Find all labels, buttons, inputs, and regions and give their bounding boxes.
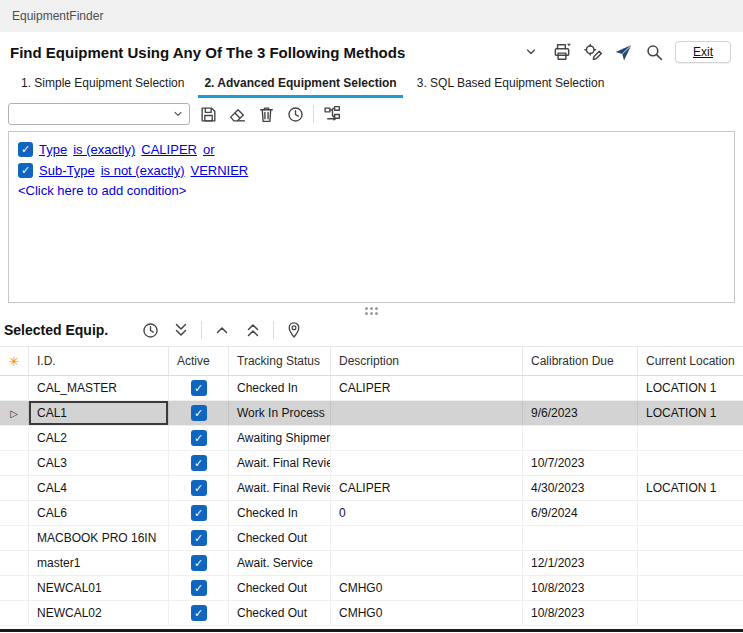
- cell-current-location[interactable]: [637, 426, 743, 450]
- cell-id[interactable]: NEWCAL01: [28, 576, 168, 600]
- cell-calibration-due[interactable]: 9/6/2023: [522, 401, 637, 425]
- condition-operator[interactable]: is not (exactly): [101, 163, 185, 178]
- cell-active[interactable]: [168, 526, 228, 550]
- cell-tracking-status[interactable]: Checked In: [228, 376, 330, 400]
- cell-tracking-status[interactable]: Await. Final Reviev: [228, 451, 330, 475]
- condition-operator[interactable]: is (exactly): [73, 142, 135, 157]
- condition-checkbox[interactable]: [18, 163, 33, 178]
- column-header-calibration-due[interactable]: Calibration Due: [522, 347, 637, 375]
- cell-active[interactable]: [168, 426, 228, 450]
- cell-calibration-due[interactable]: [522, 376, 637, 400]
- condition-field[interactable]: Sub-Type: [39, 163, 95, 178]
- tab-sql-selection[interactable]: 3. SQL Based Equipment Selection: [408, 70, 614, 98]
- cell-id[interactable]: master1: [28, 551, 168, 575]
- cell-current-location[interactable]: [637, 526, 743, 550]
- table-row[interactable]: CAL3Await. Final Reviev10/7/2023: [0, 451, 743, 476]
- add-condition-link[interactable]: <Click here to add condition>: [18, 183, 725, 198]
- column-header-current-location[interactable]: Current Location: [637, 347, 743, 375]
- column-header-id[interactable]: I.D.: [28, 347, 168, 375]
- row-selector[interactable]: [0, 576, 28, 600]
- column-header-tracking-status[interactable]: Tracking Status: [228, 347, 330, 375]
- print-settings-icon[interactable]: [582, 41, 604, 63]
- search-icon[interactable]: [644, 41, 666, 63]
- cell-description[interactable]: CALIPER: [330, 376, 522, 400]
- row-selector[interactable]: [0, 476, 28, 500]
- condition-panel[interactable]: Typeis (exactly)CALIPERorSub-Typeis not …: [8, 131, 735, 303]
- equip-history-icon[interactable]: [139, 319, 161, 341]
- cell-active[interactable]: [168, 601, 228, 625]
- row-selector[interactable]: [0, 601, 28, 625]
- cell-id[interactable]: CAL_MASTER: [28, 376, 168, 400]
- active-checkbox[interactable]: [191, 605, 207, 621]
- table-row[interactable]: CAL6Checked In06/9/2024: [0, 501, 743, 526]
- cell-tracking-status[interactable]: Await. Service: [228, 551, 330, 575]
- cell-active[interactable]: [168, 576, 228, 600]
- active-checkbox[interactable]: [191, 580, 207, 596]
- cell-calibration-due[interactable]: [522, 426, 637, 450]
- save-icon[interactable]: [197, 103, 219, 125]
- table-row[interactable]: CAL2Awaiting Shipmen: [0, 426, 743, 451]
- table-row[interactable]: MACBOOK PRO 16INChecked Out: [0, 526, 743, 551]
- splitter-handle[interactable]: [0, 303, 743, 318]
- cell-calibration-due[interactable]: 6/9/2024: [522, 501, 637, 525]
- cell-current-location[interactable]: [637, 501, 743, 525]
- chevron-up-icon[interactable]: [211, 319, 233, 341]
- chevron-double-down-icon[interactable]: [170, 319, 192, 341]
- cell-description[interactable]: [330, 526, 522, 550]
- active-checkbox[interactable]: [191, 430, 207, 446]
- cell-active[interactable]: [168, 401, 228, 425]
- cell-tracking-status[interactable]: Await. Final Reviev: [228, 476, 330, 500]
- cell-current-location[interactable]: LOCATION 1: [637, 476, 743, 500]
- row-selector[interactable]: ▷: [0, 401, 28, 425]
- chevron-double-up-icon[interactable]: [242, 319, 264, 341]
- condition-checkbox[interactable]: [18, 142, 33, 157]
- cell-tracking-status[interactable]: Checked Out: [228, 576, 330, 600]
- cell-description[interactable]: CALIPER: [330, 476, 522, 500]
- exit-button[interactable]: Exit: [675, 41, 731, 63]
- cell-current-location[interactable]: [637, 551, 743, 575]
- cell-id[interactable]: CAL4: [28, 476, 168, 500]
- column-header-description[interactable]: Description: [330, 347, 522, 375]
- row-selector[interactable]: [0, 451, 28, 475]
- active-checkbox[interactable]: [191, 555, 207, 571]
- saved-condition-combobox[interactable]: [8, 103, 190, 125]
- printer-icon[interactable]: [551, 41, 573, 63]
- options-chevron-down-icon[interactable]: [520, 41, 542, 63]
- active-checkbox[interactable]: [191, 455, 207, 471]
- cell-id[interactable]: CAL1: [28, 401, 168, 425]
- cell-calibration-due[interactable]: 10/8/2023: [522, 601, 637, 625]
- row-selector[interactable]: [0, 376, 28, 400]
- cell-calibration-due[interactable]: 12/1/2023: [522, 551, 637, 575]
- cell-description[interactable]: [330, 451, 522, 475]
- cell-calibration-due[interactable]: 4/30/2023: [522, 476, 637, 500]
- cell-id[interactable]: NEWCAL02: [28, 601, 168, 625]
- cell-current-location[interactable]: [637, 576, 743, 600]
- row-selector[interactable]: [0, 551, 28, 575]
- location-pin-icon[interactable]: [283, 319, 305, 341]
- tab-advanced-selection[interactable]: 2. Advanced Equipment Selection: [195, 70, 405, 98]
- grid-options-icon[interactable]: ✳: [0, 347, 28, 375]
- active-checkbox[interactable]: [191, 480, 207, 496]
- active-checkbox[interactable]: [191, 505, 207, 521]
- cell-active[interactable]: [168, 476, 228, 500]
- delete-icon[interactable]: [255, 103, 277, 125]
- cell-current-location[interactable]: LOCATION 1: [637, 376, 743, 400]
- history-icon[interactable]: [284, 103, 306, 125]
- cell-description[interactable]: [330, 401, 522, 425]
- cell-active[interactable]: [168, 376, 228, 400]
- row-selector[interactable]: [0, 426, 28, 450]
- cell-current-location[interactable]: [637, 601, 743, 625]
- cell-id[interactable]: CAL6: [28, 501, 168, 525]
- row-selector[interactable]: [0, 501, 28, 525]
- table-row[interactable]: ▷CAL1Work In Process9/6/2023LOCATION 1: [0, 401, 743, 426]
- cell-description[interactable]: [330, 426, 522, 450]
- condition-conjunction[interactable]: or: [203, 142, 215, 157]
- eraser-icon[interactable]: [226, 103, 248, 125]
- condition-value[interactable]: CALIPER: [141, 142, 197, 157]
- cell-id[interactable]: CAL3: [28, 451, 168, 475]
- cell-description[interactable]: CMHG0: [330, 576, 522, 600]
- cell-calibration-due[interactable]: 10/8/2023: [522, 576, 637, 600]
- active-checkbox[interactable]: [191, 380, 207, 396]
- cell-calibration-due[interactable]: [522, 526, 637, 550]
- active-checkbox[interactable]: [191, 405, 207, 421]
